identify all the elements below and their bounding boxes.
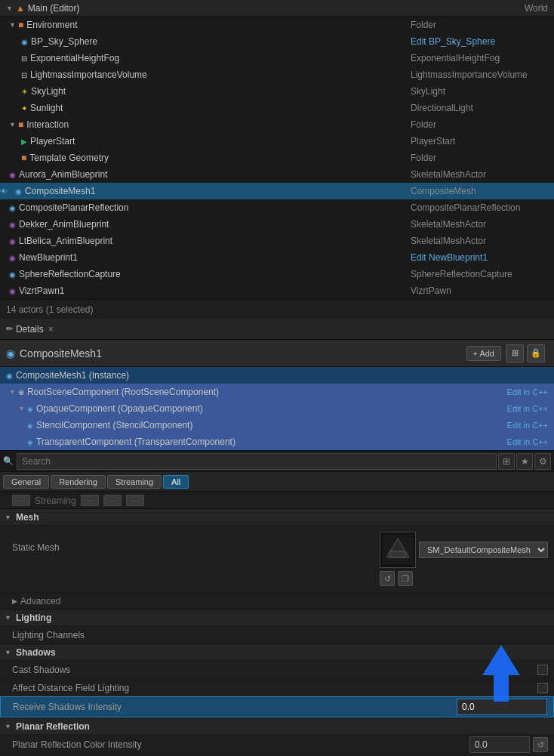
lock-button[interactable]: 🔒 [527, 344, 545, 363]
outliner-row-fog[interactable]: ⊟ ExponentialHeightFog ExponentialHeight… [0, 50, 554, 66]
eye-icon: 👁 [0, 187, 8, 196]
outliner-row-sphere-reflect[interactable]: ◉ SphereReflectionCapture SphereReflecti… [0, 266, 554, 282]
tab-general[interactable]: General [3, 475, 49, 489]
component-row-transparent[interactable]: ◈ TransparentComponent (TransparentCompo… [0, 434, 554, 450]
planar-reset-button[interactable]: ↺ [533, 737, 548, 752]
outliner-row-skylight[interactable]: ☀ SkyLight SkyLight [0, 83, 554, 100]
lighting-channels-label: Lighting Channels [12, 630, 548, 640]
instance-label: CompositeMesh1 (Instance) [16, 370, 548, 381]
mesh-select[interactable]: SM_DefaultCompositeMesh [419, 542, 548, 558]
player-start-type: PlayerStart [403, 136, 554, 147]
planar-reflection-section-header[interactable]: ▼ Planar Reflection [0, 717, 554, 734]
outliner-row-lightmass[interactable]: ⊟ LightmassImportanceVolume LightmassImp… [0, 66, 554, 83]
component-tree: ◉ CompositeMesh1 (Instance) ▼ ⊕ RootScen… [0, 367, 554, 451]
outliner-row-sunlight[interactable]: ✦ Sunlight DirectionalLight [0, 100, 554, 116]
details-close-button[interactable]: × [48, 324, 54, 335]
component-row-stencil[interactable]: ◈ StencilComponent (StencilComponent) Ed… [0, 417, 554, 434]
skylight-label: SkyLight [31, 86, 403, 97]
component-instance-header[interactable]: ◉ CompositeMesh1 (Instance) [0, 367, 554, 384]
cast-shadows-checkbox[interactable] [537, 665, 548, 675]
advanced-row[interactable]: ▶ Advanced [0, 592, 554, 609]
outliner-row-player-start[interactable]: ▶ PlayerStart PlayerStart [0, 133, 554, 150]
ltbelica-type: SkeletalMeshActor [403, 236, 554, 246]
reset-mesh-button[interactable]: ↺ [380, 571, 395, 586]
lighting-section-header[interactable]: ▼ Lighting [0, 609, 554, 625]
composite-planar-label: CompositePlanarReflection [19, 202, 403, 213]
dekker-icon: ◉ [9, 221, 16, 229]
folder-icon: ■ [18, 20, 23, 30]
mesh-section-label: Mesh [16, 512, 39, 523]
outliner-row-interaction[interactable]: ▼ ■ Interaction Folder [0, 116, 554, 133]
outliner-row-composite-planar[interactable]: ◉ CompositePlanarReflection CompositePla… [0, 199, 554, 216]
search-input[interactable] [17, 453, 497, 470]
receive-shadows-row: Receive Shadows Intensity [0, 696, 554, 717]
mesh-thumbnail[interactable] [380, 532, 416, 568]
fog-type: ExponentialHeightFog [403, 53, 554, 63]
outliner-row-aurora[interactable]: ◉ Aurora_AnimBlueprint SkeletalMeshActor [0, 166, 554, 183]
receive-shadows-label: Receive Shadows Intensity [13, 702, 457, 712]
tab-rendering[interactable]: Rendering [51, 475, 106, 489]
receive-shadows-input[interactable] [457, 699, 547, 715]
outliner-rows: ▼ ■ Environment Folder ◉ BP_Sky_Sphere E… [0, 17, 554, 299]
opaque-edit-link[interactable]: Edit in C++ [507, 404, 548, 413]
transparent-label: TransparentComponent (TransparentCompone… [36, 437, 507, 447]
outliner-row-template-geo[interactable]: ■ Template Geometry Folder [0, 150, 554, 166]
actor-count: 14 actors (1 selected) [0, 299, 554, 319]
dekker-type: SkeletalMeshActor [403, 219, 554, 230]
outliner-row-ltbelica[interactable]: ◉ LtBelica_AnimBlueprint SkeletalMeshAct… [0, 233, 554, 249]
sphere-reflect-icon: ◉ [9, 270, 16, 279]
interaction-collapse-icon: ▼ [9, 121, 16, 128]
tab-all[interactable]: All [163, 475, 189, 489]
cast-shadows-row: Cast Shadows [0, 660, 554, 678]
outliner-collapse-icon[interactable]: ▼ [6, 5, 13, 12]
affect-distance-label: Affect Distance Field Lighting [12, 683, 537, 693]
layout-button[interactable]: ⊞ [506, 344, 524, 363]
new-blueprint1-label: NewBlueprint1 [19, 252, 403, 263]
search-bar: 🔍 ⊞ ★ ⚙ [0, 451, 554, 472]
stencil-label: StencilComponent (StencilComponent) [36, 420, 507, 430]
planar-reflection-color-input[interactable] [469, 736, 530, 753]
mesh-section-header[interactable]: ▼ Mesh [0, 508, 554, 525]
root-edit-link[interactable]: Edit in C++ [507, 387, 548, 397]
planar-reflection-color-row: Planar Reflection Color Intensity ↺ [0, 734, 554, 754]
shadows-section-header[interactable]: ▼ Shadows [0, 643, 554, 660]
environment-label: Environment [26, 20, 403, 30]
transparent-edit-link[interactable]: Edit in C++ [507, 437, 548, 446]
skylight-icon: ☀ [21, 88, 28, 96]
outliner-row-new-blueprint1[interactable]: ◉ NewBlueprint1 Edit NewBlueprint1 [0, 249, 554, 266]
planar-reflection-color-label: Planar Reflection Color Intensity [12, 739, 469, 750]
affect-distance-checkbox[interactable] [537, 683, 548, 693]
settings-button[interactable]: ⚙ [534, 453, 551, 470]
favorites-button[interactable]: ★ [516, 453, 533, 470]
add-component-button[interactable]: + Add [466, 346, 501, 361]
outliner-title: Main (Editor) [28, 3, 525, 14]
vizrt-pawn-label: VizrtPawn1 [19, 285, 403, 296]
component-row-opaque[interactable]: ▼ ◈ OpaqueComponent (OpaqueComponent) Ed… [0, 400, 554, 417]
ltbelica-label: LtBelica_AnimBlueprint [19, 236, 403, 246]
streaming-partial-row: --- Streaming --- --- --- [0, 492, 554, 508]
details-tab-label[interactable]: Details [16, 324, 44, 335]
row-collapse-icon: ▼ [9, 21, 16, 29]
lighting-channels-row: Lighting Channels [0, 625, 554, 643]
outliner-row-composite-mesh1[interactable]: 👁 ◉ CompositeMesh1 CompositeMesh [0, 183, 554, 199]
bp-sky-icon: ◉ [21, 38, 28, 46]
copy-mesh-button[interactable]: ❐ [398, 571, 413, 586]
aurora-type: SkeletalMeshActor [403, 169, 554, 180]
sunlight-label: Sunlight [30, 103, 403, 113]
component-row-root[interactable]: ▼ ⊕ RootSceneComponent (RootSceneCompone… [0, 384, 554, 400]
outliner-row-vizrt-pawn[interactable]: ◉ VizrtPawn1 VizrtPawn [0, 282, 554, 299]
root-icon: ⊕ [18, 388, 24, 397]
shadows-section-label: Shadows [16, 647, 56, 658]
outliner-row-bp-sky[interactable]: ◉ BP_Sky_Sphere Edit BP_Sky_Sphere [0, 33, 554, 50]
stencil-edit-link[interactable]: Edit in C++ [507, 421, 548, 430]
stencil-icon: ◈ [27, 421, 33, 430]
outliner-row-environment[interactable]: ▼ ■ Environment Folder [0, 17, 554, 33]
grid-view-button[interactable]: ⊞ [498, 453, 515, 470]
new-blueprint1-type: Edit NewBlueprint1 [403, 252, 554, 263]
affect-distance-row: Affect Distance Field Lighting [0, 678, 554, 696]
outliner-row-dekker[interactable]: ◉ Dekker_AnimBlueprint SkeletalMeshActor [0, 216, 554, 233]
composite-mesh1-type: CompositeMesh [403, 186, 554, 196]
lightmass-type: LightmassImportanceVolume [403, 69, 554, 80]
bp-sky-label: BP_Sky_Sphere [31, 36, 403, 47]
tab-streaming[interactable]: Streaming [107, 475, 162, 489]
